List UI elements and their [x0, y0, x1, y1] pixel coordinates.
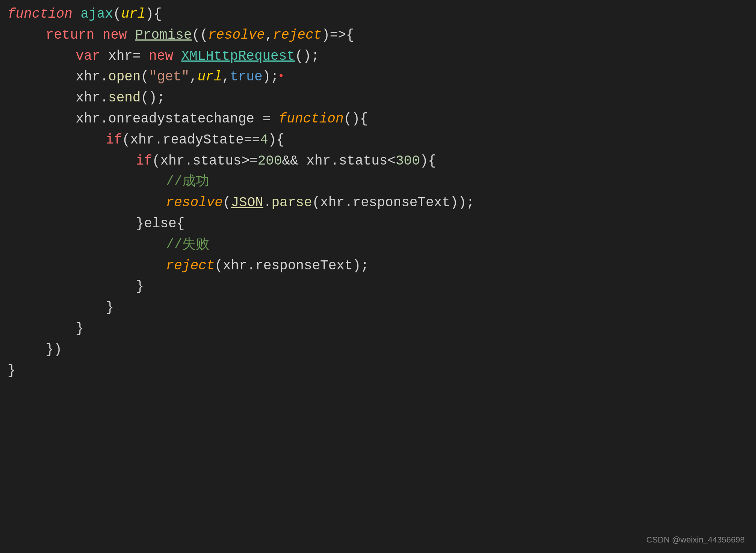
reject-call: reject — [166, 258, 215, 273]
code-line-18: } — [8, 360, 756, 381]
code-line-14: } — [8, 276, 756, 297]
keyword-else: else — [144, 216, 176, 231]
code-line-4: xhr.open("get",url,true); — [8, 66, 756, 88]
cursor — [280, 74, 283, 77]
code-line-3: var xhr= new XMLHttpRequest(); — [8, 46, 756, 67]
param-url: url — [121, 6, 145, 22]
number-300: 300 — [396, 153, 420, 169]
keyword-true: true — [230, 69, 262, 85]
code-line-17: }) — [8, 339, 756, 360]
keyword-function-2: function — [279, 111, 344, 127]
class-json: JSON — [231, 195, 263, 210]
code-line-9: //成功 — [8, 171, 756, 192]
code-line-8: if(xhr.status>=200&& xhr.status<300){ — [8, 151, 756, 172]
code-line-13: reject(xhr.responseText); — [8, 255, 756, 276]
comment-fail: //失败 — [166, 237, 209, 252]
number-4: 4 — [260, 132, 268, 148]
code-line-6: xhr.onreadystatechange = function(){ — [8, 109, 756, 130]
keyword-new: new — [103, 27, 127, 43]
resolve-call: resolve — [166, 195, 223, 210]
code-line-12: //失败 — [8, 234, 756, 255]
code-line-1: function ajax(url){ — [8, 4, 756, 25]
code-line-10: resolve(JSON.parse(xhr.responseText)); — [8, 192, 756, 213]
string-get: "get" — [149, 69, 189, 85]
class-xmlhttprequest: XMLHttpRequest — [181, 48, 295, 64]
xhr-open: xhr. — [76, 69, 108, 85]
keyword-if-1: if — [106, 132, 122, 148]
keyword-function: function — [8, 6, 73, 22]
keyword-var: var — [76, 48, 100, 64]
function-name-ajax: ajax — [80, 6, 113, 22]
code-line-2: return new Promise((resolve,reject)=>{ — [8, 25, 756, 46]
param-url-ref: url — [198, 69, 222, 85]
keyword-return: return — [46, 27, 95, 43]
comment-success: //成功 — [166, 174, 209, 189]
code-line-16: } — [8, 318, 756, 339]
code-editor: function ajax(url){ return new Promise((… — [8, 4, 756, 381]
number-200: 200 — [258, 153, 282, 169]
code-line-5: xhr.send(); — [8, 88, 756, 109]
keyword-if-2: if — [136, 153, 152, 169]
code-line-15: } — [8, 297, 756, 318]
param-resolve: resolve — [208, 27, 265, 43]
param-reject: reject — [273, 27, 322, 43]
code-line-11: }else{ — [8, 213, 756, 234]
code-line-7: if(xhr.readyState==4){ — [8, 130, 756, 151]
class-promise: Promise — [135, 27, 192, 43]
watermark: CSDN @weixin_44356698 — [646, 533, 745, 546]
keyword-new-2: new — [149, 48, 173, 64]
